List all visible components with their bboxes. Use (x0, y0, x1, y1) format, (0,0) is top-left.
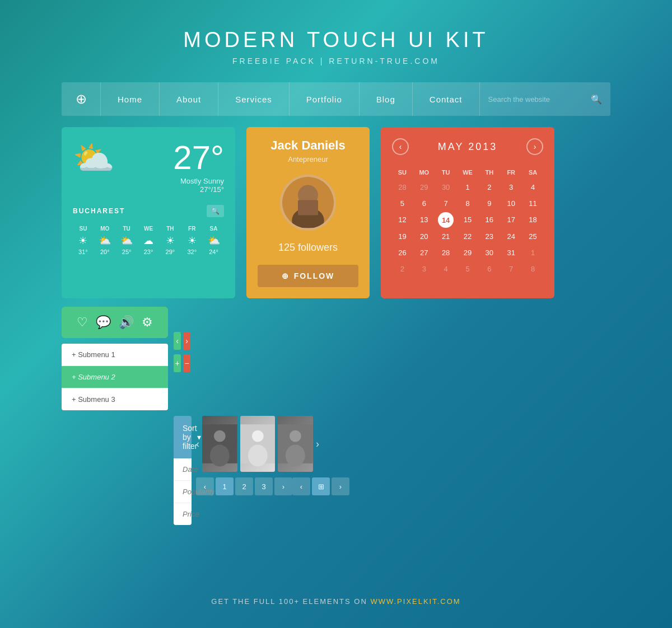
filter-option-date[interactable]: Date (174, 458, 192, 481)
cal-day-today[interactable]: 14 (438, 212, 454, 228)
cal-day[interactable]: 30 (436, 180, 456, 195)
cal-day[interactable]: 28 (436, 245, 456, 260)
nav-item-contact[interactable]: Contact (413, 82, 480, 116)
cal-day[interactable]: 19 (392, 229, 413, 244)
settings-icon[interactable]: ⚙ (142, 315, 153, 330)
follow-plus-icon: ⊕ (282, 271, 290, 280)
nav-item-blog[interactable]: Blog (360, 82, 413, 116)
cal-day[interactable]: 6 (479, 261, 500, 276)
view-grid-button[interactable]: ⊞ (312, 477, 330, 495)
svg-point-7 (252, 430, 264, 442)
cal-day[interactable]: 29 (414, 180, 435, 195)
cal-day[interactable]: 7 (501, 261, 521, 276)
filter-widget: Sort by filter ▾ Date Popularity Price (174, 416, 190, 525)
chat-icon[interactable]: 💬 (96, 315, 111, 330)
cal-day[interactable]: 23 (479, 229, 500, 244)
prev-button[interactable]: ‹ (174, 332, 181, 350)
cal-day[interactable]: 30 (479, 245, 500, 260)
page-2-button[interactable]: 2 (235, 477, 253, 495)
cal-day[interactable]: 8 (458, 196, 478, 211)
heart-icon[interactable]: ♡ (77, 315, 88, 330)
cal-day[interactable]: 24 (501, 229, 521, 244)
page-3-button[interactable]: 3 (255, 477, 273, 495)
cal-day[interactable]: 3 (414, 261, 435, 276)
search-input[interactable] (488, 95, 591, 104)
weather-search-box[interactable]: 🔍 (207, 205, 224, 217)
cal-day[interactable]: 11 (522, 196, 543, 211)
cal-day[interactable]: 15 (458, 212, 478, 228)
gallery-prev-icon[interactable]: ‹ (196, 438, 199, 450)
calendar-next-button[interactable]: › (526, 138, 543, 155)
nav-item-about[interactable]: About (160, 82, 218, 116)
weather-description: Mostly Sunny (173, 177, 224, 185)
nav-logo[interactable]: ⊕ (62, 82, 101, 116)
follow-button[interactable]: ⊕ FOLLOW (258, 265, 358, 287)
cal-day[interactable]: 29 (458, 245, 478, 260)
cal-day[interactable]: 10 (501, 196, 521, 211)
cal-day[interactable]: 5 (392, 196, 413, 211)
cal-day[interactable]: 28 (392, 180, 413, 195)
svg-point-5 (210, 444, 230, 466)
gallery-thumb-2[interactable] (240, 416, 276, 472)
cal-day[interactable]: 2 (479, 180, 500, 195)
view-next-button[interactable]: › (332, 477, 349, 495)
submenu-item-3[interactable]: + Submenu 3 (62, 388, 168, 410)
controls-panel: ‹ › + − (174, 332, 190, 372)
svg-point-4 (214, 430, 226, 442)
cal-day[interactable]: 17 (501, 212, 521, 228)
cal-day[interactable]: 6 (414, 196, 435, 211)
calendar-prev-button[interactable]: ‹ (392, 138, 409, 155)
cal-day[interactable]: 26 (392, 245, 413, 260)
nav-item-portfolio[interactable]: Portfolio (290, 82, 360, 116)
cal-day[interactable]: 25 (522, 229, 543, 244)
gallery-thumb-3[interactable] (278, 416, 313, 472)
filter-header[interactable]: Sort by filter ▾ (174, 416, 192, 458)
cal-day[interactable]: 1 (522, 245, 543, 260)
cal-day[interactable]: 22 (458, 229, 478, 244)
cal-day[interactable]: 13 (414, 212, 435, 228)
increment-button[interactable]: + (174, 354, 181, 372)
cal-day[interactable]: 27 (414, 245, 435, 260)
cal-day[interactable]: 1 (458, 180, 478, 195)
filter-option-popularity[interactable]: Popularity (174, 481, 192, 503)
nav-search[interactable]: 🔍 (480, 94, 610, 105)
page-next-button[interactable]: › (274, 477, 292, 495)
nav-item-services[interactable]: Services (218, 82, 290, 116)
cal-day[interactable]: 8 (522, 261, 543, 276)
cal-day[interactable]: 4 (436, 261, 456, 276)
submenu-item-2[interactable]: + Submenu 2 (62, 366, 168, 388)
page-1-button[interactable]: 1 (216, 477, 234, 495)
cal-day[interactable]: 3 (501, 180, 521, 195)
weather-city: BUCHAREST (73, 207, 207, 215)
volume-icon[interactable]: 🔊 (119, 315, 134, 330)
cal-day[interactable]: 5 (458, 261, 478, 276)
cal-header-tu: TU (436, 166, 456, 179)
page-title: MODERN TOUCH UI KIT (0, 28, 672, 52)
cal-day[interactable]: 21 (436, 229, 456, 244)
cal-day[interactable]: 2 (392, 261, 413, 276)
cal-day[interactable]: 20 (414, 229, 435, 244)
gallery-next-icon[interactable]: › (316, 438, 319, 450)
footer-link[interactable]: WWW.PIXELKIT.COM (370, 597, 460, 606)
next-button[interactable]: › (183, 332, 190, 350)
calendar-month: MAY 2013 (438, 141, 497, 153)
cal-day[interactable]: 31 (501, 245, 521, 260)
cal-day[interactable]: 7 (436, 196, 456, 211)
filter-option-price[interactable]: Price (174, 503, 192, 525)
decrement-button[interactable]: − (183, 354, 190, 372)
search-icon[interactable]: 🔍 (591, 94, 602, 105)
view-prev-button[interactable]: ‹ (292, 477, 310, 495)
cal-day[interactable]: 16 (479, 212, 500, 228)
gallery-thumb-1[interactable] (202, 416, 237, 472)
cal-day[interactable]: 12 (392, 212, 413, 228)
page-subtitle: FREEBIE PACK | RETURN-TRUE.COM (0, 57, 672, 65)
cal-header-sa: SA (522, 166, 543, 179)
social-name: Jack Daniels (270, 138, 345, 153)
submenu-item-1[interactable]: + Submenu 1 (62, 344, 168, 366)
cal-day[interactable]: 4 (522, 180, 543, 195)
filter-label: Sort by filter (183, 424, 197, 451)
cal-day[interactable]: 9 (479, 196, 500, 211)
nav-item-home[interactable]: Home (101, 82, 160, 116)
page-prev-button[interactable]: ‹ (196, 477, 214, 495)
cal-day[interactable]: 18 (522, 212, 543, 228)
